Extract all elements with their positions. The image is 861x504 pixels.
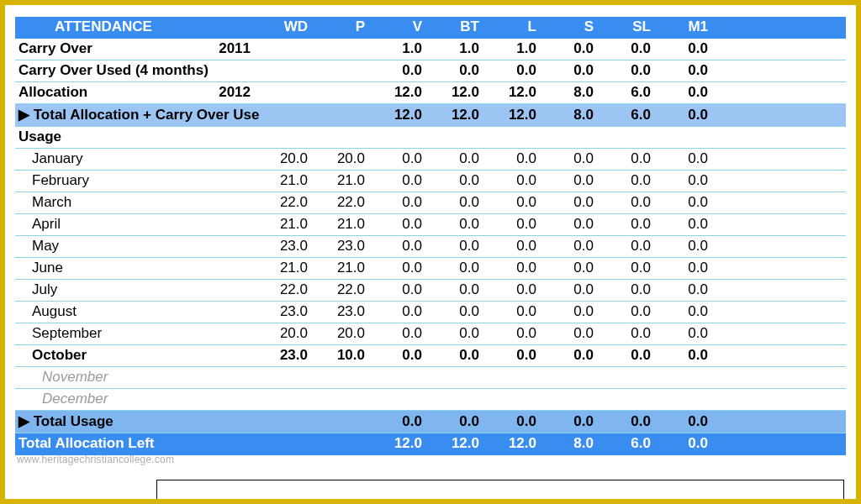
month-row: June21.021.00.00.00.00.00.00.0: [15, 258, 846, 280]
carry-over-label: Carry Over: [15, 39, 192, 60]
total-usage-row: ▶ Total Usage 0.0 0.0 0.0 0.0 0.0 0.0: [15, 411, 846, 433]
month-value: 0.0: [430, 192, 488, 214]
month-name: March: [15, 192, 259, 214]
future-month-row: December: [15, 389, 846, 411]
current-month-row: October 23.0 10.0 0.0 0.0 0.0 0.0 0.0 0.…: [15, 345, 846, 367]
month-value: 0.0: [545, 323, 602, 345]
month-value: 23.0: [316, 302, 373, 323]
month-value: 0.0: [545, 258, 602, 280]
month-value: 0.0: [659, 258, 716, 280]
month-value: 20.0: [259, 149, 316, 171]
month-value: 21.0: [259, 258, 316, 280]
month-value: 0.0: [488, 236, 545, 258]
month-value: 22.0: [259, 280, 316, 302]
month-value: 0.0: [373, 280, 430, 302]
month-name: January: [15, 149, 259, 171]
month-value: 23.0: [259, 236, 316, 258]
col-m1: M1: [659, 17, 716, 39]
month-value: 0.0: [373, 236, 430, 258]
bottom-frame: [156, 480, 844, 499]
month-value: 0.0: [430, 302, 488, 323]
month-value: 0.0: [545, 149, 602, 171]
month-value: 20.0: [316, 149, 373, 171]
month-row: March22.022.00.00.00.00.00.00.0: [15, 192, 846, 214]
month-value: 0.0: [430, 280, 488, 302]
month-value: 0.0: [659, 192, 716, 214]
month-value: 0.0: [659, 236, 716, 258]
month-value: 0.0: [430, 171, 488, 192]
col-v: V: [373, 17, 430, 39]
month-value: 0.0: [659, 302, 716, 323]
month-value: 0.0: [373, 149, 430, 171]
total-usage-label: ▶ Total Usage: [15, 411, 259, 433]
month-value: 0.0: [602, 258, 659, 280]
allocation-label: Allocation: [15, 82, 192, 104]
month-value: 0.0: [602, 236, 659, 258]
month-value: 0.0: [545, 192, 602, 214]
month-value: 21.0: [316, 258, 373, 280]
current-month-name: October: [15, 345, 259, 367]
month-value: 22.0: [316, 280, 373, 302]
month-value: 0.0: [430, 323, 488, 345]
month-value: 20.0: [259, 323, 316, 345]
month-row: April21.021.00.00.00.00.00.00.0: [15, 214, 846, 236]
month-value: 20.0: [316, 323, 373, 345]
header-title: ATTENDANCE: [15, 17, 192, 39]
col-l: L: [488, 17, 545, 39]
month-value: 0.0: [602, 280, 659, 302]
month-row: August23.023.00.00.00.00.00.00.0: [15, 302, 846, 323]
month-value: 0.0: [659, 149, 716, 171]
total-allocation-left-row: Total Allocation Left 12.0 12.0 12.0 8.0…: [15, 433, 846, 455]
watermark-text: www.heritagechristiancollege.com: [17, 454, 174, 465]
month-value: 0.0: [488, 258, 545, 280]
month-value: 22.0: [259, 192, 316, 214]
month-value: 0.0: [373, 171, 430, 192]
month-value: 0.0: [659, 171, 716, 192]
month-value: 0.0: [545, 302, 602, 323]
month-value: 0.0: [430, 258, 488, 280]
allocation-row: Allocation 2012 12.0 12.0 12.0 8.0 6.0 0…: [15, 82, 846, 104]
month-value: 22.0: [316, 192, 373, 214]
month-value: 0.0: [545, 280, 602, 302]
month-value: 0.0: [602, 171, 659, 192]
month-row: February21.021.00.00.00.00.00.00.0: [15, 171, 846, 192]
total-allocation-plus-label: ▶ Total Allocation + Carry Over Used: [15, 104, 259, 127]
month-value: 0.0: [373, 214, 430, 236]
month-row: September20.020.00.00.00.00.00.00.0: [15, 323, 846, 345]
month-value: 0.0: [430, 236, 488, 258]
header-row: ATTENDANCE WD P V BT L S SL M1: [15, 17, 846, 39]
month-name: April: [15, 214, 259, 236]
month-row: July22.022.00.00.00.00.00.00.0: [15, 280, 846, 302]
month-name: May: [15, 236, 259, 258]
month-value: 0.0: [488, 192, 545, 214]
month-value: 0.0: [488, 171, 545, 192]
future-month-row: November: [15, 367, 846, 389]
carry-over-used-row: Carry Over Used (4 months) 0.0 0.0 0.0 0…: [15, 60, 846, 82]
carry-over-year: 2011: [192, 39, 259, 60]
month-value: 0.0: [659, 323, 716, 345]
month-name: July: [15, 280, 259, 302]
month-value: 0.0: [602, 323, 659, 345]
month-name: February: [15, 171, 259, 192]
month-value: 21.0: [259, 171, 316, 192]
month-value: 0.0: [545, 214, 602, 236]
total-allocation-left-label: Total Allocation Left: [15, 433, 259, 455]
carry-over-used-label: Carry Over Used (4 months): [15, 60, 259, 82]
col-sl: SL: [602, 17, 659, 39]
month-value: 0.0: [373, 323, 430, 345]
col-wd: WD: [259, 17, 316, 39]
future-month-name: December: [15, 389, 259, 411]
month-row: May23.023.00.00.00.00.00.00.0: [15, 236, 846, 258]
allocation-year: 2012: [192, 82, 259, 104]
month-value: 21.0: [316, 171, 373, 192]
month-value: 0.0: [488, 280, 545, 302]
month-value: 21.0: [316, 214, 373, 236]
month-value: 0.0: [430, 149, 488, 171]
usage-header-row: Usage: [15, 127, 846, 149]
month-value: 0.0: [545, 236, 602, 258]
month-value: 0.0: [659, 280, 716, 302]
month-value: 0.0: [602, 192, 659, 214]
month-value: 0.0: [373, 258, 430, 280]
month-value: 0.0: [430, 214, 488, 236]
month-value: 0.0: [488, 214, 545, 236]
